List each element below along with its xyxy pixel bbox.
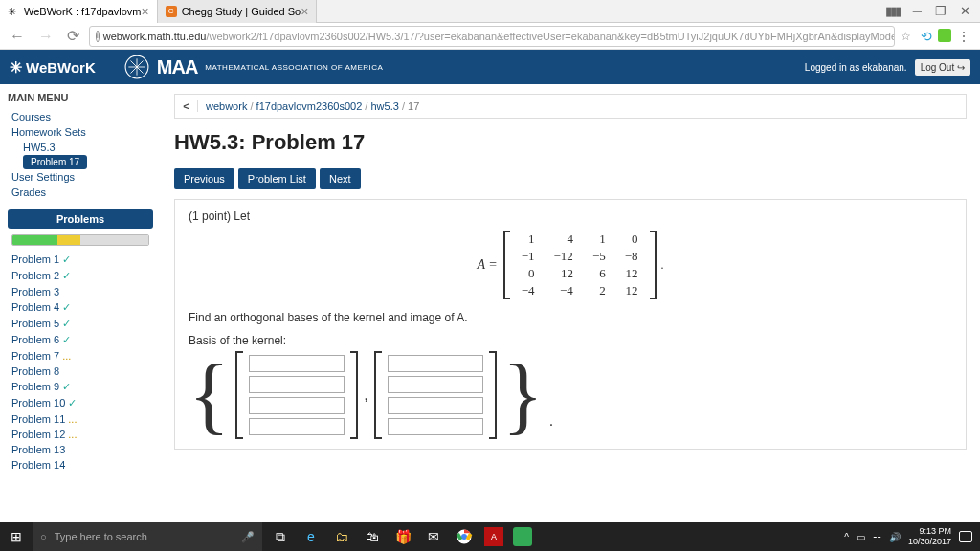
- edge-icon[interactable]: e: [301, 526, 322, 547]
- bc-course[interactable]: f17dpavlovm2360s002: [256, 100, 363, 112]
- problem-link[interactable]: Problem 14: [8, 457, 153, 473]
- kernel-v2-r3[interactable]: [388, 397, 483, 414]
- chrome-icon[interactable]: [454, 526, 475, 547]
- problem-link[interactable]: Problem 2 ✓: [8, 268, 153, 284]
- sync-icon[interactable]: ⟲: [921, 29, 932, 44]
- problem-link[interactable]: Problem 3: [8, 284, 153, 299]
- forward-icon: →: [34, 28, 57, 45]
- problem-link[interactable]: Problem 12 ...: [8, 427, 153, 442]
- page-title: HW5.3: Problem 17: [174, 130, 967, 155]
- kernel-v1-r3[interactable]: [249, 397, 345, 414]
- news-icon[interactable]: 🎁: [392, 526, 413, 547]
- maximize-icon[interactable]: ❐: [935, 4, 947, 18]
- browser-tab-bar: ✳ WeBWorK : f17dpavlovm × C Chegg Study …: [0, 0, 980, 23]
- problem-link[interactable]: Problem 5 ✓: [8, 316, 153, 332]
- browser-tab[interactable]: ✳ WeBWorK : f17dpavlovm ×: [0, 0, 158, 23]
- tray-chevron-icon[interactable]: ^: [844, 532, 849, 542]
- sidebar-hw[interactable]: HW5.3: [8, 140, 153, 155]
- mail-icon[interactable]: ✉: [423, 526, 444, 547]
- chegg-favicon: C: [166, 6, 177, 17]
- reload-icon[interactable]: ⟳: [63, 27, 83, 45]
- problem-box: (1 point) Let A = 1410−1−12−5−8012612−4−…: [174, 199, 967, 450]
- sidebar: MAIN MENU Courses Homework Sets HW5.3 Pr…: [0, 84, 161, 522]
- left-brace-icon: {: [189, 357, 230, 433]
- problems-header: Problems: [8, 209, 153, 229]
- sidebar-current-problem[interactable]: Problem 17: [23, 155, 87, 169]
- kernel-v1-r1[interactable]: [249, 355, 345, 372]
- problem-link[interactable]: Problem 1 ✓: [8, 252, 153, 268]
- problem-link[interactable]: Problem 7 ...: [8, 348, 153, 364]
- problem-link[interactable]: Problem 9 ✓: [8, 379, 153, 395]
- previous-button[interactable]: Previous: [174, 168, 234, 189]
- content-area: < webwork / f17dpavlovm2360s002 / hw5.3 …: [161, 84, 980, 522]
- battery-icon[interactable]: ▭: [857, 532, 865, 542]
- adobe-icon[interactable]: A: [484, 527, 503, 546]
- app-icon[interactable]: [513, 527, 532, 546]
- webwork-favicon: ✳: [8, 6, 19, 17]
- taskbar-search[interactable]: ○ Type here to search 🎤: [33, 522, 262, 551]
- minimize-icon[interactable]: ─: [913, 4, 922, 18]
- close-window-icon[interactable]: ✕: [960, 4, 970, 18]
- browser-tab[interactable]: C Chegg Study | Guided So ×: [158, 0, 318, 23]
- wifi-icon[interactable]: ⚍: [873, 532, 881, 542]
- bc-webwork[interactable]: webwork: [206, 100, 247, 112]
- problem-link[interactable]: Problem 13: [8, 442, 153, 457]
- basis-label: Basis of the kernel:: [189, 334, 952, 347]
- cortana-icon: ○: [40, 531, 47, 542]
- explorer-icon[interactable]: 🗂: [331, 526, 352, 547]
- A-equals: A =: [477, 257, 497, 273]
- task-view-icon[interactable]: ⧉: [270, 526, 291, 547]
- url-bar[interactable]: i webwork.math.ttu.edu/webwork2/f17dpavl…: [89, 26, 895, 47]
- kernel-v2-r1[interactable]: [388, 355, 483, 372]
- problem-link[interactable]: Problem 10 ✓: [8, 395, 153, 411]
- kernel-v1-r2[interactable]: [249, 376, 345, 393]
- comma: ,: [364, 386, 368, 404]
- problem-link[interactable]: Problem 8: [8, 364, 153, 379]
- cobweb-icon: ✳: [10, 58, 22, 77]
- kernel-v2-r4[interactable]: [388, 418, 483, 435]
- breadcrumb-back-icon[interactable]: <: [175, 100, 198, 112]
- bc-set[interactable]: hw5.3: [370, 100, 398, 112]
- problem-instruction: Find an orthogonal bases of the kernel a…: [189, 311, 952, 324]
- store-icon[interactable]: 🛍: [362, 526, 383, 547]
- notifications-icon[interactable]: [959, 531, 972, 542]
- progress-bar: [11, 234, 149, 246]
- back-icon[interactable]: ←: [6, 28, 29, 45]
- mic-icon[interactable]: 🎤: [241, 531, 255, 543]
- url-host: webwork.math.ttu.edu: [103, 31, 207, 42]
- tray-clock[interactable]: 9:13 PM 10/30/2017: [908, 526, 951, 547]
- close-icon[interactable]: ×: [301, 4, 308, 19]
- info-icon[interactable]: i: [96, 31, 100, 42]
- kernel-v1-r4[interactable]: [249, 418, 345, 435]
- problem-link[interactable]: Problem 11 ...: [8, 411, 153, 427]
- sidebar-courses[interactable]: Courses: [8, 109, 153, 124]
- logout-button[interactable]: Log Out ↪: [915, 59, 970, 76]
- search-placeholder: Type here to search: [55, 531, 147, 542]
- matrix-A: 1410−1−12−5−8012612−4−4212: [512, 231, 648, 299]
- sidebar-user-settings[interactable]: User Settings: [8, 169, 153, 185]
- breadcrumb: < webwork / f17dpavlovm2360s002 / hw5.3 …: [174, 94, 967, 119]
- logged-in-text: Logged in as ekabanan.: [805, 62, 907, 73]
- windows-taskbar: ⊞ ○ Type here to search 🎤 ⧉ e 🗂 🛍 🎁 ✉ A …: [0, 522, 980, 551]
- maa-logo[interactable]: MAA MATHEMATICAL ASSOCIATION OF AMERICA: [124, 55, 384, 79]
- next-button[interactable]: Next: [320, 168, 361, 189]
- problem-list-button[interactable]: Problem List: [238, 168, 316, 189]
- problem-link[interactable]: Problem 6 ✓: [8, 332, 153, 348]
- webwork-header: ✳ WeBWorK MAA MATHEMATICAL ASSOCIATION O…: [0, 50, 980, 84]
- tab-title: WeBWorK : f17dpavlovm: [24, 6, 141, 17]
- extension-icon[interactable]: [938, 29, 951, 42]
- kernel-v2-r2[interactable]: [388, 376, 483, 393]
- sidebar-homework-sets[interactable]: Homework Sets: [8, 124, 153, 140]
- start-button[interactable]: ⊞: [0, 529, 33, 544]
- star-icon[interactable]: ☆: [901, 30, 911, 43]
- close-icon[interactable]: ×: [141, 4, 148, 19]
- main-menu-heading: MAIN MENU: [8, 92, 153, 103]
- webwork-logo[interactable]: ✳ WeBWorK: [10, 58, 96, 77]
- menu-icon[interactable]: ⋮: [957, 29, 970, 44]
- sidebar-grades[interactable]: Grades: [8, 185, 153, 200]
- problem-points: (1 point) Let: [189, 209, 952, 223]
- volume-icon[interactable]: 🔊: [889, 532, 901, 542]
- tab-title: Chegg Study | Guided So: [182, 6, 301, 17]
- problem-link[interactable]: Problem 4 ✓: [8, 299, 153, 316]
- kernel-basis-inputs: { ,: [189, 351, 952, 439]
